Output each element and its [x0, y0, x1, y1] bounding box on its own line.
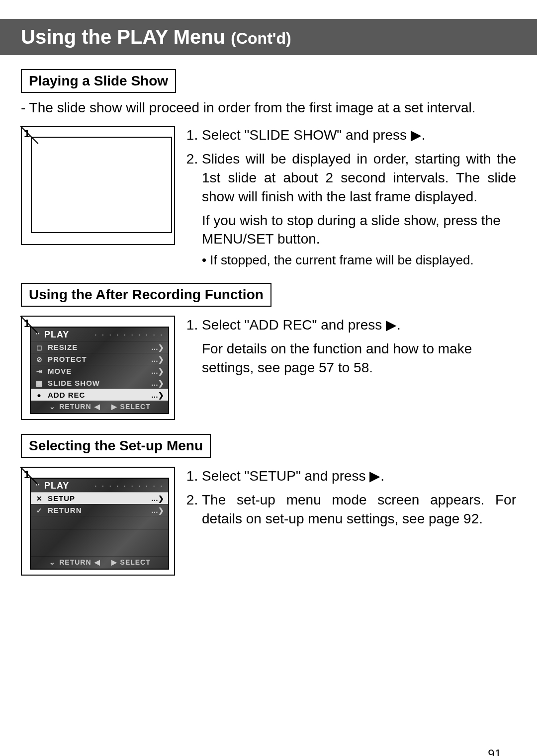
move-icon: ⇥ — [35, 367, 44, 375]
footer-select-label: SELECT — [120, 403, 151, 411]
chevron-right-icon: …❯ — [151, 495, 164, 503]
lcd-row-slideshow: ▣ SLIDE SHOW …❯ — [31, 377, 168, 389]
figure-label: 1 — [24, 317, 30, 330]
page-title-contd: (Cont'd) — [231, 29, 291, 47]
dots-decoration: · · · · · · · · · · — [72, 332, 164, 338]
page-title-main: Using the PLAY Menu — [21, 26, 231, 48]
slideshow-step-1: Select "SLIDE SHOW" and press ▶. — [202, 126, 516, 145]
chevron-right-icon: …❯ — [151, 506, 164, 514]
lcd-screen-play-menu-1: ⌃ PLAY · · · · · · · · · · ◻ RESIZE …❯ ⊘… — [30, 327, 169, 414]
blank-screen-placeholder — [31, 137, 172, 233]
page-number: 91 — [488, 747, 501, 756]
figure-box-1: 1 — [21, 126, 175, 245]
slideshow-step-2: Slides will be displayed in order, start… — [202, 150, 516, 206]
left-triangle-icon: ◀ — [94, 558, 100, 566]
lcd-header-label: PLAY — [44, 330, 69, 340]
lcd-header-label: PLAY — [44, 481, 69, 491]
footer-select-label: SELECT — [120, 558, 151, 566]
slideshow-extra: If you wish to stop during a slide show,… — [202, 211, 516, 249]
figure-box-3: 1 ⌃ PLAY · · · · · · · · · · ✕ SETUP …❯ — [21, 467, 175, 576]
footer-return-label: RETURN — [59, 558, 91, 566]
right-triangle-icon: ▶ — [111, 403, 117, 411]
tools-icon: ✕ — [35, 495, 44, 503]
right-triangle-icon: ▶ — [111, 558, 117, 566]
section-heading-after-recording: Using the After Recording Function — [21, 283, 271, 307]
resize-icon: ◻ — [35, 343, 44, 351]
checklist-icon: ✓ — [35, 506, 44, 514]
lcd-screen-play-menu-2: ⌃ PLAY · · · · · · · · · · ✕ SETUP …❯ ✓ … — [30, 478, 169, 570]
down-caret-icon: ⌄ — [48, 403, 56, 411]
lcd-row-move: ⇥ MOVE …❯ — [31, 365, 168, 377]
lcd-row-resize: ◻ RESIZE …❯ — [31, 341, 168, 353]
footer-return-label: RETURN — [59, 403, 91, 411]
chevron-right-icon: …❯ — [151, 379, 164, 387]
left-triangle-icon: ◀ — [94, 403, 100, 411]
dots-decoration: · · · · · · · · · · — [72, 483, 164, 490]
mic-icon: ● — [35, 391, 44, 399]
page-title-bar: Using the PLAY Menu (Cont'd) — [0, 19, 537, 55]
slideshow-icon: ▣ — [35, 379, 44, 387]
lcd-row-setup: ✕ SETUP …❯ — [31, 492, 168, 504]
chevron-right-icon: …❯ — [151, 367, 164, 375]
figure-label: 1 — [24, 127, 30, 140]
slideshow-lead: - The slide show will proceed in order f… — [21, 99, 516, 117]
addrec-step-1: Select "ADD REC" and press ▶. — [202, 316, 516, 335]
lcd-row-add-rec: ● ADD REC …❯ — [31, 389, 168, 401]
lcd-row-return: ✓ RETURN …❯ — [31, 504, 168, 516]
section-heading-slideshow: Playing a Slide Show — [21, 69, 176, 93]
figure-box-2: 1 ⌃ PLAY · · · · · · · · · · ◻ RESIZE …❯ — [21, 316, 175, 420]
figure-label: 1 — [24, 468, 30, 481]
section-heading-setup: Selecting the Set-up Menu — [21, 434, 211, 458]
chevron-right-icon: …❯ — [151, 343, 164, 351]
addrec-extra: For details on the function and how to m… — [202, 339, 516, 377]
slideshow-bullet: If stopped, the current frame will be di… — [202, 252, 516, 269]
chevron-right-icon: …❯ — [151, 391, 164, 399]
chevron-right-icon: …❯ — [151, 355, 164, 363]
lcd-row-protect: ⊘ PROTECT …❯ — [31, 353, 168, 365]
setup-step-2: The set-up menu mode screen appears. For… — [202, 491, 516, 528]
down-caret-icon: ⌄ — [48, 558, 56, 566]
setup-step-1: Select "SETUP" and press ▶. — [202, 467, 516, 486]
protect-icon: ⊘ — [35, 355, 44, 363]
manual-page: Using the PLAY Menu (Cont'd) Playing a S… — [0, 19, 537, 756]
